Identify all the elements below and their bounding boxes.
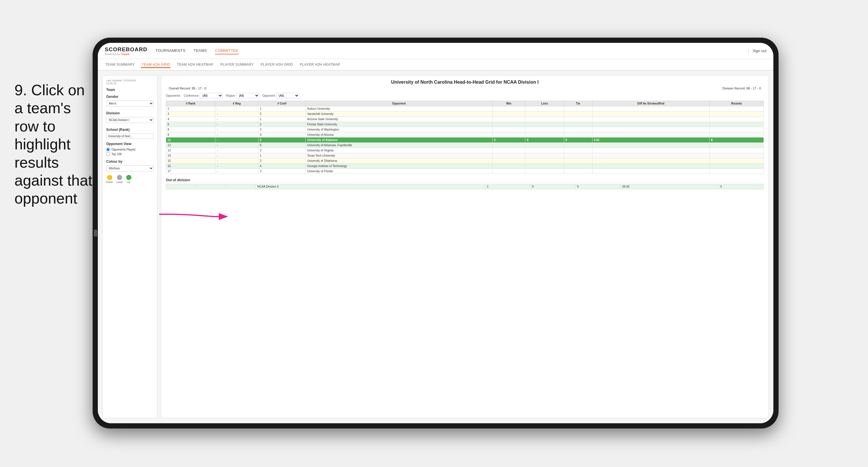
cell-tie — [564, 143, 592, 148]
colour-by-select[interactable]: Win/loss — [106, 165, 154, 171]
cell-opponent: University of Virginia — [306, 148, 492, 153]
tab-team-summary[interactable]: TEAM SUMMARY — [105, 61, 135, 68]
cell-diff — [592, 132, 709, 138]
cell-conf: 2 — [258, 112, 306, 117]
cell-reg: - — [215, 148, 258, 153]
cell-reg: - — [215, 164, 258, 169]
table-row[interactable]: 3-2Vanderbilt University — [166, 112, 764, 117]
cell-win — [492, 148, 525, 153]
cell-opponent: Texas Tech University — [306, 153, 492, 158]
cell-diff — [592, 106, 709, 112]
cell-loss — [525, 112, 564, 117]
sign-out-link[interactable]: Sign out — [752, 49, 767, 53]
table-row[interactable]: 6-2Florida State University — [166, 122, 764, 127]
table-row[interactable]: 12-6University of Arkansas, Fayetteville — [166, 143, 764, 148]
cell-tie: 0 — [564, 138, 592, 143]
cell-conf: 1 — [258, 153, 306, 158]
cell-diff — [592, 127, 709, 132]
cell-diff — [592, 153, 709, 158]
cell-loss — [525, 117, 564, 122]
table-row[interactable]: 16-4Georgia Institute of Technology — [166, 164, 764, 169]
radio-top100[interactable]: Top 100 — [106, 152, 154, 156]
radio-opponents-played[interactable]: Opponents Played — [106, 148, 154, 151]
table-row[interactable]: 2-1Auburn University — [166, 106, 764, 112]
cell-tie — [564, 112, 592, 117]
cell-tie — [564, 122, 592, 127]
cell-reg: - — [215, 117, 258, 122]
cell-reg: - — [215, 169, 258, 174]
cell-conf: 3 — [258, 132, 306, 138]
tab-team-h2h-heatmap[interactable]: TEAM H2H HEATMAP — [176, 61, 214, 68]
tab-team-h2h-grid[interactable]: TEAM H2H GRID — [141, 61, 170, 68]
cell-rounds — [709, 164, 764, 169]
table-row[interactable]: 8-2University of Washington — [166, 127, 764, 132]
cell-reg: - — [215, 106, 258, 112]
cell-rounds — [709, 158, 764, 164]
table-row[interactable]: 14-1Texas Tech University — [166, 153, 764, 158]
col-win: Win — [492, 101, 525, 106]
cell-conf: 3 — [258, 148, 306, 153]
nav-committee[interactable]: COMMITTEE — [215, 47, 239, 54]
opponent-view-label: Opponent View — [106, 142, 154, 146]
out-division-row[interactable]: NCAA Division II 1 0 0 26.00 3 — [166, 184, 764, 189]
cell-tie — [564, 153, 592, 158]
cell-rounds — [709, 127, 764, 132]
cell-diff — [592, 112, 709, 117]
cell-rounds — [709, 153, 764, 158]
cell-rounds — [709, 143, 764, 148]
cell-rounds: 8 — [709, 138, 764, 143]
cell-win — [492, 127, 525, 132]
tab-player-h2h-heatmap[interactable]: PLAYER H2H HEATMAP — [299, 61, 341, 68]
table-row[interactable]: 11-5University of Alabama3002.618 — [166, 138, 764, 143]
table-row[interactable]: 13-3University of Virginia — [166, 148, 764, 153]
table-row[interactable]: 4-1Arizona State University — [166, 117, 764, 122]
tab-player-summary[interactable]: PLAYER SUMMARY — [220, 61, 254, 68]
col-conf: # Conf — [258, 101, 306, 106]
nav-teams[interactable]: TEAMS — [194, 47, 207, 54]
cell-rank: 17 — [166, 169, 215, 174]
legend-up: Up — [126, 175, 131, 183]
last-updated: Last Updated: 27/03/2024 16:55:38 — [106, 79, 154, 85]
cell-opponent: University of Washington — [306, 127, 492, 132]
division-select[interactable]: NCAA Division I — [106, 117, 154, 123]
team-label: Team — [106, 88, 154, 92]
out-of-division-section: Out of division NCAA Division II 1 0 0 — [166, 178, 764, 189]
colour-by-section: Colour by Win/loss Down Level — [106, 159, 154, 183]
instruction-text: 9. Click on a team's row to highlight re… — [14, 81, 95, 208]
level-color-dot — [117, 175, 122, 180]
cell-win — [492, 122, 525, 127]
cell-loss — [525, 153, 564, 158]
opponent-select[interactable]: (All) — [276, 93, 299, 98]
tab-player-h2h-grid[interactable]: PLAYER H2H GRID — [260, 61, 293, 68]
cell-rank: 11 — [166, 138, 215, 143]
cell-conf: 5 — [258, 138, 306, 143]
cell-opponent: University of Oklahoma — [306, 158, 492, 164]
conference-select[interactable]: (All) — [200, 93, 223, 98]
cell-conf: 4 — [258, 164, 306, 169]
cell-conf: 2 — [258, 127, 306, 132]
table-row[interactable]: 17-3University of Florida — [166, 169, 764, 174]
cell-conf: 1 — [258, 106, 306, 112]
table-row[interactable]: 9-3University of Arizona — [166, 132, 764, 138]
nav-tournaments[interactable]: TOURNAMENTS — [155, 47, 185, 54]
col-opponent: Opponent — [306, 101, 492, 106]
gender-select[interactable]: Men's — [106, 100, 154, 107]
down-label: Down — [106, 181, 113, 183]
cell-reg: - — [215, 127, 258, 132]
col-diff: Diff Av Strokes/Rnd — [592, 101, 709, 106]
cell-reg: - — [215, 112, 258, 117]
cell-tie — [564, 164, 592, 169]
tablet-shell: SCOREBOARD Powered by clippd TOURNAMENTS… — [93, 38, 779, 429]
col-rank: # Rank — [166, 101, 215, 106]
cell-win — [492, 117, 525, 122]
cell-loss — [525, 169, 564, 174]
cell-reg: - — [215, 138, 258, 143]
region-select[interactable]: (All) — [236, 93, 259, 98]
table-row[interactable]: 15-2University of Oklahoma — [166, 158, 764, 164]
overall-record: Overall Record: 89 - 17 - 0 — [169, 87, 206, 90]
conference-label: Conference — [184, 94, 199, 97]
od-rank — [166, 184, 196, 189]
opponent-label: Opponent — [262, 94, 275, 97]
division-label: Division — [106, 111, 154, 115]
radio-group: Opponents Played Top 100 — [106, 148, 154, 156]
